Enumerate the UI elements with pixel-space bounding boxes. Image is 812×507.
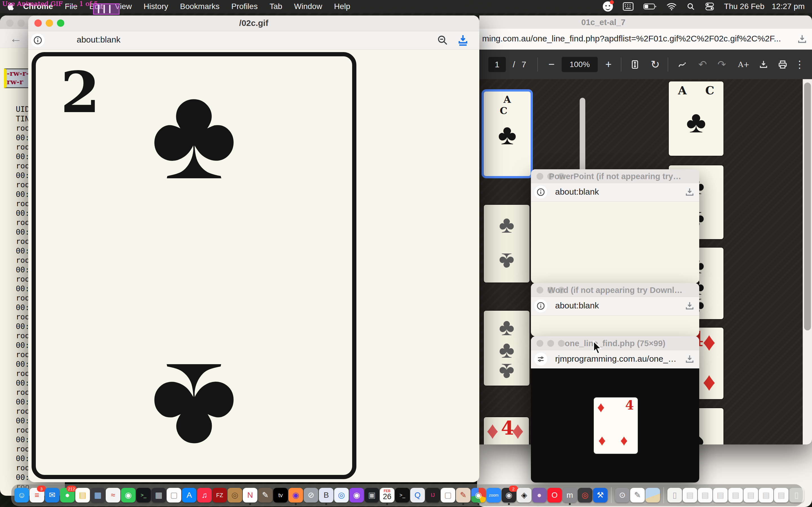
menu-help[interactable]: Help <box>334 2 350 11</box>
redo-icon[interactable]: ↷ <box>714 50 730 79</box>
download-icon[interactable] <box>755 50 772 79</box>
zoom-button[interactable] <box>57 19 64 27</box>
menu-tab[interactable]: Tab <box>269 2 282 11</box>
menubar-date[interactable]: Thu 26 Feb <box>724 2 764 11</box>
messages-dock-icon[interactable]: ●212 <box>60 488 75 503</box>
wifi-icon[interactable] <box>666 2 677 11</box>
notes-dock-icon[interactable]: ▤ <box>75 488 90 503</box>
filezilla-dock-icon[interactable]: FZ <box>212 488 227 503</box>
menu-extra-app-icon[interactable] <box>603 1 613 11</box>
launchpad-dock-icon[interactable]: ▦ <box>91 488 105 503</box>
firefox-dock-icon[interactable]: ◉ <box>289 488 303 503</box>
site-info-chip[interactable] <box>534 299 547 313</box>
minimized-window-2-dock-icon[interactable]: ▤ <box>698 488 712 503</box>
calendar-dock-icon[interactable]: FEB26 <box>380 488 395 503</box>
calculator-dock-icon[interactable]: ▦ <box>151 488 166 503</box>
pdf-titlebar[interactable]: 01c_et-al_7 <box>479 15 812 29</box>
fit-page-icon[interactable] <box>626 50 644 79</box>
zoom-out-button[interactable]: − <box>544 50 559 79</box>
paint-app-dock-icon[interactable]: ✎ <box>456 488 470 503</box>
url-text[interactable]: about:blank <box>555 187 599 196</box>
minimized-window-5-dock-icon[interactable]: ▤ <box>744 488 758 503</box>
menubar-clock[interactable]: 12:27 pm <box>772 2 805 11</box>
close-button[interactable] <box>537 287 543 293</box>
address-bar[interactable]: rjmprogramming.com.au/one_… <box>531 350 699 369</box>
url-text[interactable]: about:blank <box>555 301 599 311</box>
obs-dock-icon[interactable]: ◉2 <box>502 488 516 503</box>
photo-file-dock-icon[interactable] <box>645 488 660 503</box>
minimized-window-3-dock-icon[interactable]: ▤ <box>713 488 728 503</box>
front-titlebar[interactable]: /02c.gif <box>28 15 479 31</box>
minimized-window-1-dock-icon[interactable]: ▤ <box>682 488 697 503</box>
keyboard-icon[interactable] <box>622 2 634 11</box>
app-store-dock-icon[interactable]: A <box>182 488 197 503</box>
pdf-thumbnail-4[interactable]: ♦♦4♦♦ <box>484 417 529 445</box>
battery-icon[interactable] <box>644 2 657 11</box>
site-info-chip[interactable] <box>534 186 547 199</box>
zoom-button[interactable] <box>558 340 565 347</box>
music-dock-icon[interactable]: ♫ <box>197 488 212 503</box>
dart-app-dock-icon[interactable]: ◎ <box>578 488 592 503</box>
back-icon[interactable]: ← <box>10 31 22 45</box>
url-text[interactable]: ming.com.au/one_line_find.php?apdflist=%… <box>482 34 781 43</box>
close-button[interactable] <box>537 173 543 180</box>
pdf-thumbnail-3[interactable]: ♣♣♣ <box>484 311 529 386</box>
site-settings-chip[interactable] <box>534 353 547 365</box>
zoom-dock-icon[interactable]: zoom <box>486 488 501 503</box>
download-icon[interactable] <box>684 300 695 312</box>
print-icon[interactable] <box>774 50 791 79</box>
trash-dock-icon[interactable]: ▯ <box>789 488 804 503</box>
graph-app-dock-icon[interactable]: ≈ <box>106 488 120 503</box>
quicktime-dock-icon[interactable]: Q <box>410 488 425 503</box>
site-info-chip[interactable] <box>31 34 45 47</box>
menu-bookmarks[interactable]: Bookmarks <box>180 2 219 11</box>
close-button[interactable] <box>35 19 42 27</box>
close-button[interactable] <box>537 340 543 347</box>
popup-titlebar[interactable]: PowerPoint (if not appearing try… <box>531 169 699 184</box>
address-bar[interactable]: about:blank <box>531 183 699 202</box>
annotate-icon[interactable] <box>674 50 692 79</box>
download-icon[interactable] <box>684 353 695 365</box>
reminders-dock-icon[interactable]: ≡3 <box>30 488 44 503</box>
podcasts-dock-icon[interactable]: ◉ <box>349 488 364 503</box>
minimize-button[interactable] <box>46 19 53 27</box>
opera-dock-icon[interactable]: O <box>547 488 562 503</box>
zoom-out-page-icon[interactable] <box>437 34 449 47</box>
safari-dock-icon[interactable]: ◎ <box>334 488 349 503</box>
address-bar[interactable]: about:blank <box>531 297 699 316</box>
spotlight-search-icon[interactable] <box>686 2 695 11</box>
gray-app-dock-icon[interactable]: m <box>562 488 577 503</box>
zoom-in-button[interactable]: + <box>601 50 616 79</box>
inactive-close-button[interactable] <box>6 19 13 27</box>
chrome-dock-icon[interactable]: ◉ <box>471 488 486 503</box>
console-dock-icon[interactable]: >_ <box>136 488 151 503</box>
tan-app-dock-icon[interactable]: ◎ <box>227 488 242 503</box>
popup-titlebar[interactable]: one_line_find.php (75×99) <box>531 336 699 351</box>
main-scrollbar-track[interactable] <box>803 79 812 445</box>
add-text-icon[interactable]: A+ <box>735 50 753 79</box>
content-blocker-dock-icon[interactable]: ⊘ <box>304 488 318 503</box>
panda-app-dock-icon[interactable]: ● <box>532 488 547 503</box>
address-bar[interactable]: about:blank <box>28 31 479 50</box>
pencil-doc-dock-icon[interactable]: ✎ <box>630 488 645 503</box>
iterm-dock-icon[interactable]: ▣ <box>364 488 379 503</box>
mail-dock-icon[interactable]: ✉ <box>45 488 59 503</box>
bbedit-dock-icon[interactable]: B <box>319 488 334 503</box>
chrome-doc-dock-icon[interactable]: ▤ <box>774 488 789 503</box>
download-icon[interactable] <box>456 34 470 47</box>
minimized-window-6-dock-icon[interactable]: ▤ <box>759 488 773 503</box>
url-text[interactable]: about:blank <box>77 35 120 45</box>
minimized-window-4-dock-icon[interactable]: ▤ <box>728 488 743 503</box>
zoom-level[interactable]: 100% <box>562 57 598 72</box>
more-icon[interactable]: ⋮ <box>793 50 806 79</box>
page-number-input[interactable]: 1 <box>488 57 506 72</box>
xcode-dock-icon[interactable]: ⚒ <box>593 488 608 503</box>
textedit-dock-icon[interactable]: ▢ <box>167 488 181 503</box>
pdf-address-bar[interactable]: ming.com.au/one_line_find.php?apdflist=%… <box>479 29 812 50</box>
control-center-icon[interactable] <box>705 2 714 11</box>
minimize-button[interactable] <box>547 340 554 347</box>
download-icon[interactable] <box>796 33 808 45</box>
download-icon[interactable] <box>684 186 695 198</box>
pdf-thumbnail-2[interactable]: ♣♣ <box>484 205 529 283</box>
popup-titlebar[interactable]: Word (if not appearing try Downl… <box>531 283 699 297</box>
